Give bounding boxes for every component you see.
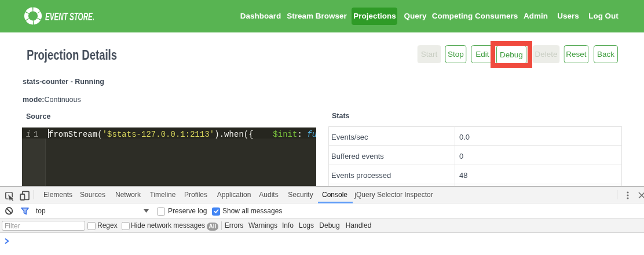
svg-text:EVENT STORE.: EVENT STORE. <box>45 11 94 23</box>
